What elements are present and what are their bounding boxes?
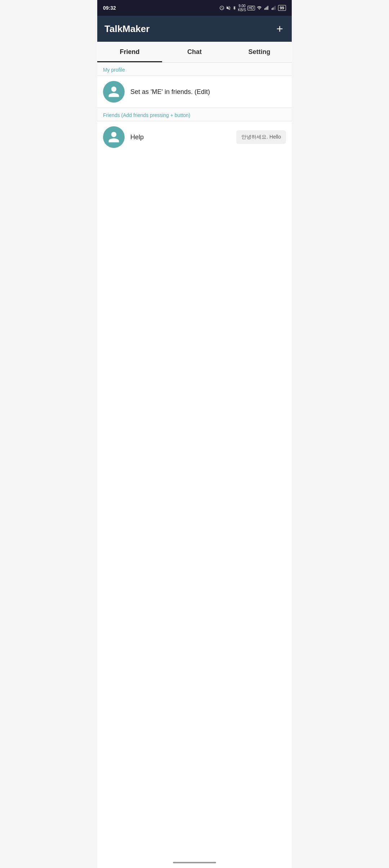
my-profile-name: Set as 'ME' in friends. (Edit) xyxy=(130,88,286,96)
my-profile-section-label: My profile xyxy=(97,63,292,76)
status-bar: 09:32 9.00KB/S HD 99 xyxy=(97,0,292,16)
signal-4g-icon xyxy=(264,5,269,10)
tab-bar: Friend Chat Setting xyxy=(97,42,292,63)
add-button[interactable]: + xyxy=(275,23,285,35)
friend-avatar xyxy=(103,126,125,148)
bottom-bar xyxy=(97,857,292,868)
home-indicator xyxy=(173,862,216,863)
alarm-icon xyxy=(219,5,224,10)
friends-section-label: Friends (Add friends pressing + button) xyxy=(97,108,292,121)
svg-rect-4 xyxy=(272,8,272,10)
battery-indicator: 99 xyxy=(278,5,286,11)
tab-friend[interactable]: Friend xyxy=(97,42,162,62)
wifi-icon xyxy=(256,5,262,10)
status-time: 09:32 xyxy=(103,5,116,11)
friend-row[interactable]: Help 안녕하세요. Hello xyxy=(97,121,292,153)
friend-name: Help xyxy=(130,134,236,141)
signal-5g-icon xyxy=(271,5,277,10)
hd-badge: HD xyxy=(247,6,255,10)
app-header: TalkMaker + xyxy=(97,16,292,42)
tab-chat[interactable]: Chat xyxy=(162,42,227,62)
svg-rect-1 xyxy=(265,8,266,10)
svg-rect-2 xyxy=(267,7,267,10)
person-icon xyxy=(107,85,120,98)
last-message-bubble: 안녕하세요. Hello xyxy=(236,130,286,144)
svg-rect-5 xyxy=(273,8,273,10)
svg-rect-3 xyxy=(268,6,268,10)
svg-rect-7 xyxy=(275,6,276,10)
tab-setting[interactable]: Setting xyxy=(227,42,292,62)
mute-icon xyxy=(226,5,231,10)
my-profile-row[interactable]: Set as 'ME' in friends. (Edit) xyxy=(97,76,292,108)
content-area: My profile Set as 'ME' in friends. (Edit… xyxy=(97,63,292,857)
bluetooth-icon xyxy=(232,5,237,10)
svg-rect-0 xyxy=(264,8,265,10)
speed-indicator: 9.00KB/S xyxy=(238,4,246,12)
app-title: TalkMaker xyxy=(104,23,149,35)
friend-person-icon xyxy=(107,131,120,144)
my-profile-avatar xyxy=(103,81,125,103)
status-icons: 9.00KB/S HD 99 xyxy=(219,4,286,12)
svg-rect-6 xyxy=(274,7,274,10)
